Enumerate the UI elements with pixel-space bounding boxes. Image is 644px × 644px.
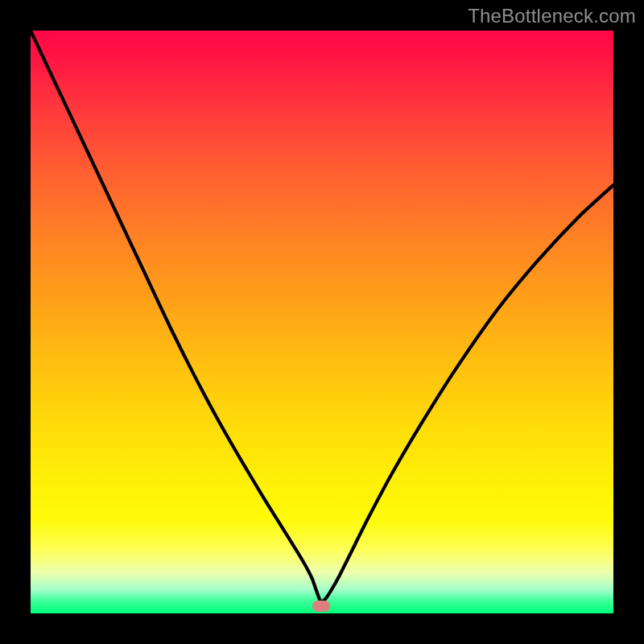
- plot-area: [31, 31, 613, 613]
- curve-path: [31, 31, 613, 602]
- watermark-text: TheBottleneck.com: [468, 5, 636, 27]
- chart-frame: TheBottleneck.com: [0, 0, 644, 644]
- bottleneck-curve: [31, 31, 613, 613]
- optimal-point-marker: [312, 601, 330, 612]
